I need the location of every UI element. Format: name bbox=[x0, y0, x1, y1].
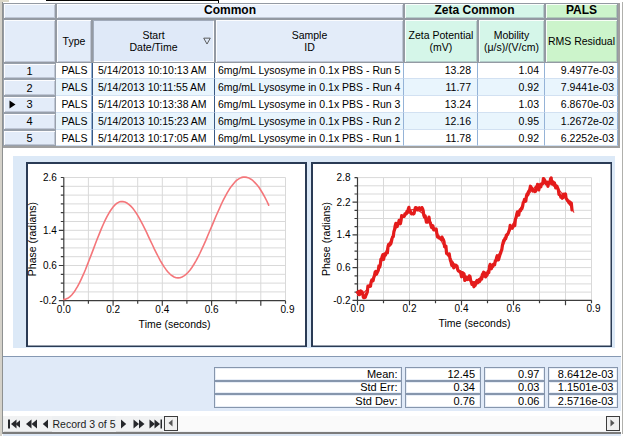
svg-text:2.8: 2.8 bbox=[336, 172, 350, 183]
svg-text:0.6: 0.6 bbox=[43, 260, 57, 271]
svg-text:-0.2: -0.2 bbox=[40, 295, 58, 306]
svg-text:1.4: 1.4 bbox=[43, 224, 57, 235]
svg-text:0.6: 0.6 bbox=[506, 303, 520, 314]
svg-text:Phase (radians): Phase (radians) bbox=[319, 201, 331, 275]
svg-text:0.4: 0.4 bbox=[454, 303, 468, 314]
svg-text:0.2: 0.2 bbox=[402, 303, 416, 314]
svg-text:0.0: 0.0 bbox=[350, 303, 364, 314]
svg-text:0.6: 0.6 bbox=[205, 303, 219, 314]
svg-text:0.4: 0.4 bbox=[155, 303, 169, 314]
svg-text:2.6: 2.6 bbox=[43, 172, 57, 183]
svg-text:0.0: 0.0 bbox=[57, 303, 71, 314]
svg-text:Phase (radians): Phase (radians) bbox=[26, 202, 38, 276]
svg-text:Time (seconds): Time (seconds) bbox=[139, 317, 211, 329]
svg-text:0.6: 0.6 bbox=[336, 262, 350, 273]
svg-text:Time (seconds): Time (seconds) bbox=[438, 317, 510, 329]
svg-text:2.2: 2.2 bbox=[336, 196, 350, 207]
svg-text:1.4: 1.4 bbox=[336, 229, 350, 240]
svg-text:-0.2: -0.2 bbox=[333, 294, 351, 305]
svg-text:0.9: 0.9 bbox=[281, 303, 295, 314]
svg-text:0.9: 0.9 bbox=[586, 303, 600, 314]
svg-text:0.2: 0.2 bbox=[106, 303, 120, 314]
